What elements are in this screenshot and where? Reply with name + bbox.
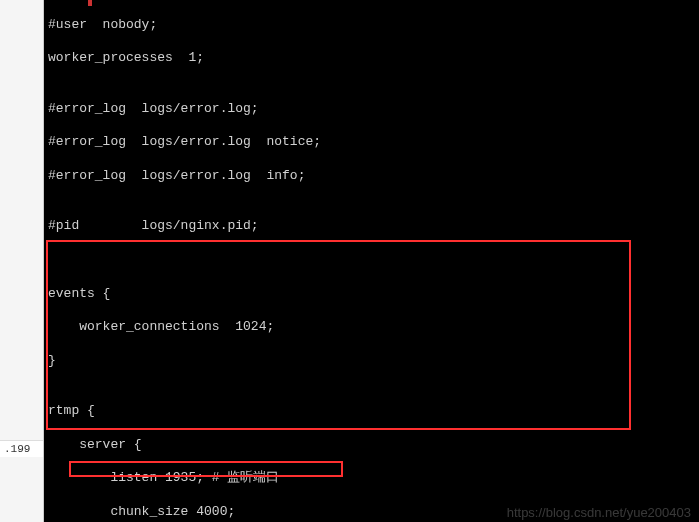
code-line: worker_processes 1; [48, 50, 695, 67]
code-line: #error_log logs/error.log info; [48, 168, 695, 185]
code-line: worker_connections 1024; [48, 319, 695, 336]
code-line: server { [48, 437, 695, 454]
code-line: #error_log logs/error.log notice; [48, 134, 695, 151]
code-line: rtmp { [48, 403, 695, 420]
config-file-content: #user nobody; worker_processes 1; #error… [44, 0, 699, 522]
code-line: events { [48, 286, 695, 303]
code-line: #error_log logs/error.log; [48, 101, 695, 118]
code-line: listen 1935; # 监听端口 [48, 470, 695, 487]
left-sidebar: .199 [0, 0, 44, 522]
code-line: #pid logs/nginx.pid; [48, 218, 695, 235]
code-line: } [48, 353, 695, 370]
code-line: #user nobody; [48, 17, 695, 34]
ip-fragment-label: .199 [0, 440, 43, 457]
terminal-editor[interactable]: #user nobody; worker_processes 1; #error… [44, 0, 699, 522]
cursor-indicator [88, 0, 92, 6]
code-line: chunk_size 4000; [48, 504, 695, 521]
